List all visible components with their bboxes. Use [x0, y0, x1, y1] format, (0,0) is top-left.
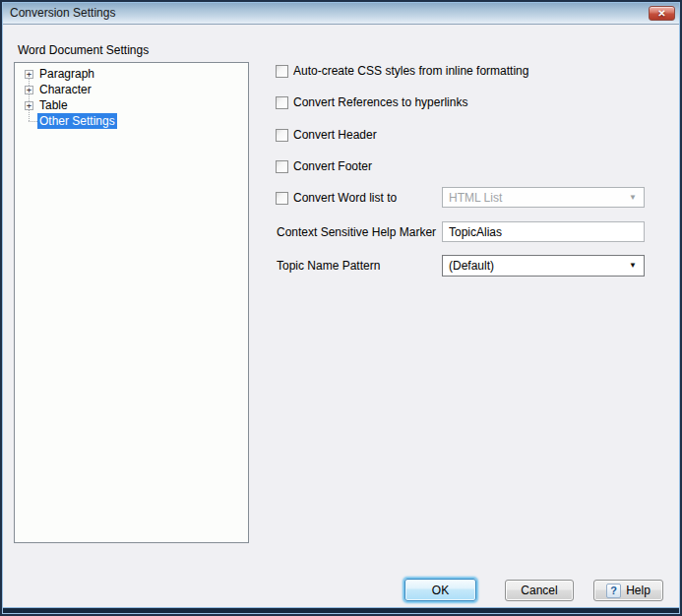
- checkbox-row-convert-footer[interactable]: Convert Footer: [276, 158, 372, 174]
- close-button[interactable]: ✕: [649, 6, 675, 21]
- settings-tree: + Paragraph + Character + Table Other Se…: [14, 62, 249, 543]
- title-bar[interactable]: Conversion Settings ✕: [2, 2, 680, 25]
- convert-footer-checkbox[interactable]: [276, 160, 288, 173]
- checkbox-label: Convert Footer: [293, 159, 372, 173]
- topic-pattern-select[interactable]: (Default) ▼: [442, 255, 645, 277]
- checkbox-row-auto-create-css[interactable]: Auto-create CSS styles from inline forma…: [276, 63, 528, 79]
- window-title: Conversion Settings: [10, 2, 115, 24]
- word-list-select-value: HTML List: [443, 191, 629, 205]
- ok-button-label: OK: [432, 584, 449, 597]
- convert-references-checkbox[interactable]: [276, 96, 288, 109]
- tree-item-label: Other Settings: [37, 113, 117, 129]
- checkbox-row-convert-word-list[interactable]: Convert Word list to: [276, 190, 397, 206]
- checkbox-label: Convert Header: [293, 128, 377, 142]
- checkbox-label: Convert Word list to: [293, 191, 397, 205]
- convert-header-checkbox[interactable]: [276, 129, 288, 142]
- left-panel-label: Word Document Settings: [18, 43, 149, 57]
- expand-plus-icon[interactable]: +: [25, 86, 33, 94]
- topic-pattern-select-value: (Default): [443, 259, 629, 273]
- tree-item-character[interactable]: + Character: [15, 82, 248, 97]
- help-button-label: Help: [626, 584, 651, 597]
- word-list-select: HTML List ▼: [442, 187, 645, 208]
- checkbox-label: Auto-create CSS styles from inline forma…: [293, 64, 528, 78]
- cancel-button-label: Cancel: [521, 584, 557, 597]
- cancel-button[interactable]: Cancel: [505, 580, 574, 601]
- help-marker-label: Context Sensitive Help Marker: [277, 225, 436, 239]
- tree-item-paragraph[interactable]: + Paragraph: [15, 66, 248, 82]
- chevron-down-icon: ▼: [629, 194, 644, 202]
- auto-create-css-checkbox[interactable]: [276, 65, 288, 78]
- tree-item-other-settings[interactable]: Other Settings: [15, 113, 248, 129]
- checkbox-label: Convert References to hyperlinks: [293, 95, 467, 109]
- tree-item-label: Table: [37, 97, 70, 113]
- checkbox-row-convert-header[interactable]: Convert Header: [276, 127, 377, 143]
- window-bottom-edge: [2, 607, 680, 614]
- chevron-down-icon: ▼: [629, 262, 644, 270]
- tree-item-table[interactable]: + Table: [15, 97, 248, 113]
- ok-button[interactable]: OK: [404, 579, 476, 601]
- checkbox-row-convert-references[interactable]: Convert References to hyperlinks: [276, 94, 467, 110]
- expand-plus-icon[interactable]: +: [25, 70, 33, 79]
- tree-item-label: Paragraph: [37, 66, 96, 82]
- tree-item-label: Character: [37, 82, 93, 97]
- help-question-icon: ?: [606, 584, 621, 598]
- close-icon: ✕: [657, 9, 665, 19]
- help-marker-input[interactable]: [442, 221, 645, 242]
- help-button[interactable]: ? Help: [593, 580, 663, 601]
- topic-pattern-label: Topic Name Pattern: [277, 259, 380, 273]
- convert-word-list-checkbox[interactable]: [276, 192, 288, 205]
- expand-plus-icon[interactable]: +: [25, 101, 33, 110]
- conversion-settings-dialog: Conversion Settings ✕ Word Document Sett…: [0, 0, 682, 616]
